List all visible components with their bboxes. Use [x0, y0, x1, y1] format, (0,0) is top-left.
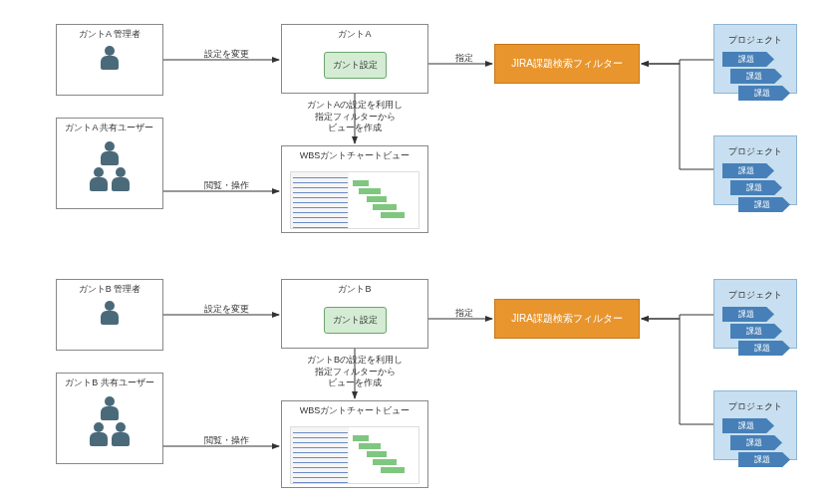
project-a1: プロジェクト 課題 課題 課題 [713, 24, 797, 94]
gantt-a-box: ガントA ガント設定 [281, 24, 428, 94]
gantt-b-admin-title: ガントB 管理者 [57, 280, 162, 299]
issue-badge: 課題 [730, 324, 782, 339]
project-b1-title: プロジェクト [718, 286, 792, 305]
gantt-settings-label: ガント設定 [333, 315, 378, 325]
issue-badge: 課題 [722, 307, 774, 322]
edge-label-config-change-a: 設定を変更 [191, 48, 261, 61]
wbs-chart-a-title: WBSガントチャートビュー [282, 146, 427, 165]
user-icon [112, 167, 130, 191]
user-icon [112, 422, 130, 446]
issue-badge: 課題 [738, 197, 790, 212]
gantt-settings-box: ガント設定 [324, 307, 387, 334]
issue-badge: 課題 [730, 69, 782, 84]
gantt-b-users-title: ガントB 共有ユーザー [57, 374, 162, 392]
wbs-chart-b-box: WBSガントチャートビュー [281, 400, 428, 488]
project-a2-title: プロジェクト [718, 142, 792, 161]
wbs-chart-a-box: WBSガントチャートビュー [281, 145, 428, 233]
issue-badge: 課題 [722, 418, 774, 433]
edge-label-view-operate-a: 閲覧・操作 [191, 179, 261, 192]
gantt-a-admin-box: ガントA 管理者 [56, 24, 163, 96]
gantt-chart-thumbnail [290, 171, 419, 229]
edge-label-specify-a: 指定 [446, 52, 482, 65]
gantt-a-title: ガントA [282, 25, 427, 44]
project-b2: プロジェクト 課題 課題 課題 [713, 390, 797, 460]
project-a2: プロジェクト 課題 課題 課題 [713, 135, 797, 205]
issue-badge: 課題 [738, 86, 790, 101]
gantt-a-users-title: ガントA 共有ユーザー [57, 119, 162, 137]
jira-filter-a-label: JIRA課題検索フィルター [511, 57, 623, 71]
issue-badge: 課題 [722, 163, 774, 178]
jira-filter-b-label: JIRA課題検索フィルター [511, 312, 623, 326]
gantt-b-box: ガントB ガント設定 [281, 279, 428, 349]
gantt-a-users-box: ガントA 共有ユーザー [56, 118, 163, 209]
edge-label-config-change-b: 設定を変更 [191, 303, 261, 316]
project-b1: プロジェクト 課題 課題 課題 [713, 279, 797, 349]
issue-badge: 課題 [722, 52, 774, 67]
issue-badge: 課題 [738, 341, 790, 356]
user-icon [90, 167, 108, 191]
edge-label-specify-b: 指定 [446, 307, 482, 320]
wbs-chart-b-title: WBSガントチャートビュー [282, 401, 427, 420]
gantt-settings-box: ガント設定 [324, 52, 387, 79]
issue-badge: 課題 [730, 435, 782, 450]
project-b2-title: プロジェクト [718, 397, 792, 416]
gantt-settings-label: ガント設定 [333, 60, 378, 70]
gantt-chart-thumbnail [290, 426, 419, 484]
jira-filter-b: JIRA課題検索フィルター [494, 299, 640, 339]
edge-label-view-operate-b: 閲覧・操作 [191, 434, 261, 447]
gantt-b-title: ガントB [282, 280, 427, 299]
project-a1-title: プロジェクト [718, 31, 792, 50]
mid-text-b: ガントBの設定を利用し 指定フィルターから ビューを作成 [299, 355, 411, 389]
user-icon [101, 396, 119, 420]
user-icon [101, 301, 119, 325]
mid-text-a: ガントAの設定を利用し 指定フィルターから ビューを作成 [299, 100, 411, 134]
issue-badge: 課題 [738, 452, 790, 467]
jira-filter-a: JIRA課題検索フィルター [494, 44, 640, 84]
user-icon [101, 46, 119, 70]
user-icon [90, 422, 108, 446]
issue-badge: 課題 [730, 180, 782, 195]
user-icon [101, 141, 119, 165]
gantt-b-admin-box: ガントB 管理者 [56, 279, 163, 351]
gantt-a-admin-title: ガントA 管理者 [57, 25, 162, 44]
gantt-b-users-box: ガントB 共有ユーザー [56, 373, 163, 464]
